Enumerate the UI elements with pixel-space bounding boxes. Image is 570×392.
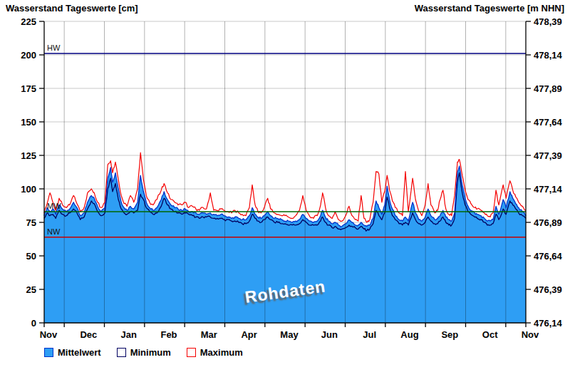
legend-label-mittelwert: Mittelwert xyxy=(58,347,101,358)
svg-text:476,39: 476,39 xyxy=(534,284,562,295)
svg-text:225: 225 xyxy=(21,16,36,27)
water-level-chart: HWMWNW0476,1425476,3950476,6475476,89100… xyxy=(0,0,570,392)
svg-text:Nov: Nov xyxy=(40,329,58,340)
svg-text:25: 25 xyxy=(26,284,36,295)
mittelwert-swatch-icon xyxy=(44,348,53,357)
svg-text:478,14: 478,14 xyxy=(534,50,563,61)
svg-text:477,89: 477,89 xyxy=(534,83,562,94)
svg-text:175: 175 xyxy=(21,83,36,94)
maximum-swatch-icon xyxy=(187,348,196,357)
svg-text:Feb: Feb xyxy=(160,329,177,340)
svg-text:477,14: 477,14 xyxy=(534,184,563,195)
minimum-swatch-icon xyxy=(117,348,126,357)
legend-label-maximum: Maximum xyxy=(200,347,243,358)
svg-text:Dec: Dec xyxy=(80,329,97,340)
legend-item-maximum: Maximum xyxy=(187,347,243,358)
svg-text:478,39: 478,39 xyxy=(534,16,562,27)
water-level-page: Wasserstand Tageswerte [cm] Wasserstand … xyxy=(0,0,570,392)
chart-legend: Mittelwert Minimum Maximum xyxy=(44,347,243,358)
svg-text:Oct: Oct xyxy=(482,329,498,340)
svg-text:477,64: 477,64 xyxy=(534,117,563,128)
svg-text:NW: NW xyxy=(47,227,61,236)
legend-item-minimum: Minimum xyxy=(117,347,171,358)
svg-text:Sep: Sep xyxy=(441,329,458,340)
svg-text:Nov: Nov xyxy=(522,329,539,340)
svg-text:Mar: Mar xyxy=(201,329,217,340)
svg-text:Aug: Aug xyxy=(400,329,418,340)
svg-text:May: May xyxy=(280,329,299,340)
svg-text:476,14: 476,14 xyxy=(534,318,563,329)
svg-text:476,89: 476,89 xyxy=(534,217,562,228)
svg-text:Apr: Apr xyxy=(241,329,256,340)
legend-label-minimum: Minimum xyxy=(130,347,171,358)
svg-text:Jul: Jul xyxy=(363,329,376,340)
svg-text:476,64: 476,64 xyxy=(534,251,563,262)
svg-text:Jan: Jan xyxy=(120,329,136,340)
svg-text:50: 50 xyxy=(26,251,36,262)
svg-text:MW: MW xyxy=(47,202,61,210)
svg-text:0: 0 xyxy=(31,318,36,329)
legend-item-mittelwert: Mittelwert xyxy=(44,347,101,358)
svg-text:Jun: Jun xyxy=(321,329,338,340)
svg-text:100: 100 xyxy=(21,184,36,195)
svg-text:200: 200 xyxy=(21,50,36,61)
svg-text:75: 75 xyxy=(26,217,36,228)
svg-text:125: 125 xyxy=(21,150,36,161)
svg-text:150: 150 xyxy=(21,117,36,128)
svg-text:477,39: 477,39 xyxy=(534,150,562,161)
svg-text:HW: HW xyxy=(47,43,61,52)
